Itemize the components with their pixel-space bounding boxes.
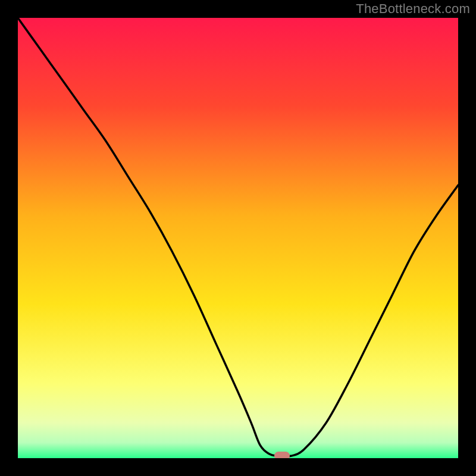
chart-frame: TheBottleneck.com — [0, 0, 476, 476]
watermark-text: TheBottleneck.com — [356, 1, 470, 17]
plot-area — [18, 18, 458, 458]
chart-svg — [18, 18, 458, 458]
optimum-marker — [274, 452, 290, 458]
